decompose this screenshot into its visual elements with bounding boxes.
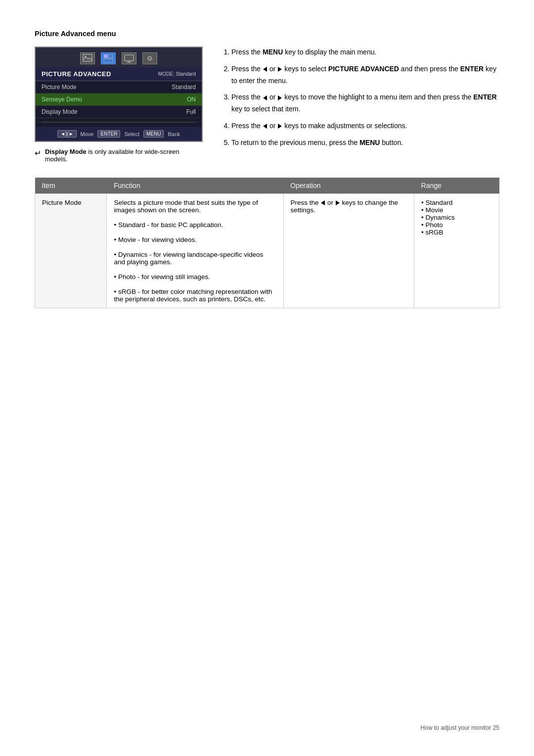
osd-nav-menu-btn: MENU xyxy=(143,130,164,138)
osd-nav-select-label: Select xyxy=(124,131,139,137)
osd-title: PICTURE ADVANCED xyxy=(42,70,111,78)
svg-rect-0 xyxy=(83,54,92,61)
section-title: Picture Advanced menu xyxy=(35,30,499,38)
osd-spacer-1 xyxy=(36,118,202,122)
col-header-function: Function xyxy=(107,178,283,194)
svg-rect-4 xyxy=(104,59,113,62)
osd-box: PICTURE ADVANCED MODE: Standard Picture … xyxy=(35,47,203,142)
osd-icon-layout xyxy=(101,52,116,64)
osd-spacer-2 xyxy=(36,123,202,127)
svg-rect-5 xyxy=(125,55,134,61)
footer-text: How to adjust your monitor 25 xyxy=(421,724,499,731)
osd-title-row: PICTURE ADVANCED MODE: Standard xyxy=(36,67,202,81)
osd-menu-item-2: Display Mode Full xyxy=(36,106,202,118)
instructions-ol: Press the MENU key to display the main m… xyxy=(222,47,499,149)
table-row: Picture Mode Selects a picture mode that… xyxy=(35,194,499,308)
instruction-3: Press the or keys to move the highlight … xyxy=(231,92,499,115)
note-box: ↵ Display Mode is only available for wid… xyxy=(35,148,203,163)
instruction-4: Press the or keys to make adjustments or… xyxy=(231,120,499,132)
page-content: Picture Advanced menu xyxy=(35,30,499,308)
svg-rect-2 xyxy=(104,54,108,58)
osd-nav-back-label: Back xyxy=(168,131,179,137)
note-icon: ↵ xyxy=(35,148,41,158)
monitor-screen: PICTURE ADVANCED MODE: Standard Picture … xyxy=(35,47,203,163)
svg-point-8 xyxy=(148,57,151,60)
osd-nav-move-label: Move xyxy=(81,131,94,137)
osd-icon-settings xyxy=(142,52,157,64)
cell-function: Selects a picture mode that best suits t… xyxy=(107,194,283,308)
osd-nav-move-btn: ◄)(► xyxy=(57,130,76,138)
osd-nav-enter-btn: ENTER xyxy=(97,130,120,138)
cell-item: Picture Mode xyxy=(35,194,107,308)
osd-icon-pic xyxy=(80,52,95,64)
osd-mode: MODE: Standard xyxy=(158,71,196,77)
data-table: Item Function Operation Range Picture Mo… xyxy=(35,178,499,308)
instruction-2: Press the or keys to select PICTURE ADVA… xyxy=(231,63,499,87)
osd-menu-item-1: Senseye Demo ON xyxy=(36,94,202,106)
table-header-row: Item Function Operation Range xyxy=(35,178,499,194)
svg-rect-3 xyxy=(109,54,113,58)
osd-nav-row: ◄)(► Move ENTER Select MENU Back xyxy=(36,127,202,141)
col-header-operation: Operation xyxy=(283,178,414,194)
col-header-item: Item xyxy=(35,178,107,194)
col-header-range: Range xyxy=(414,178,499,194)
osd-icon-display xyxy=(122,52,136,64)
note-text: Display Mode is only available for wide-… xyxy=(45,148,203,163)
table-head: Item Function Operation Range xyxy=(35,178,499,194)
cell-range: • Standard • Movie • Dynamics • Photo • … xyxy=(414,194,499,308)
osd-icons-row xyxy=(36,47,202,67)
table-body: Picture Mode Selects a picture mode that… xyxy=(35,194,499,308)
instruction-1: Press the MENU key to display the main m… xyxy=(231,47,499,58)
top-section: PICTURE ADVANCED MODE: Standard Picture … xyxy=(35,47,499,163)
instructions-list: Press the MENU key to display the main m… xyxy=(222,47,499,163)
instruction-5: To return to the previous menu, press th… xyxy=(231,137,499,149)
osd-menu-item-0: Picture Mode Standard xyxy=(36,81,202,94)
cell-operation: Press the or keys to change the settings… xyxy=(283,194,414,308)
